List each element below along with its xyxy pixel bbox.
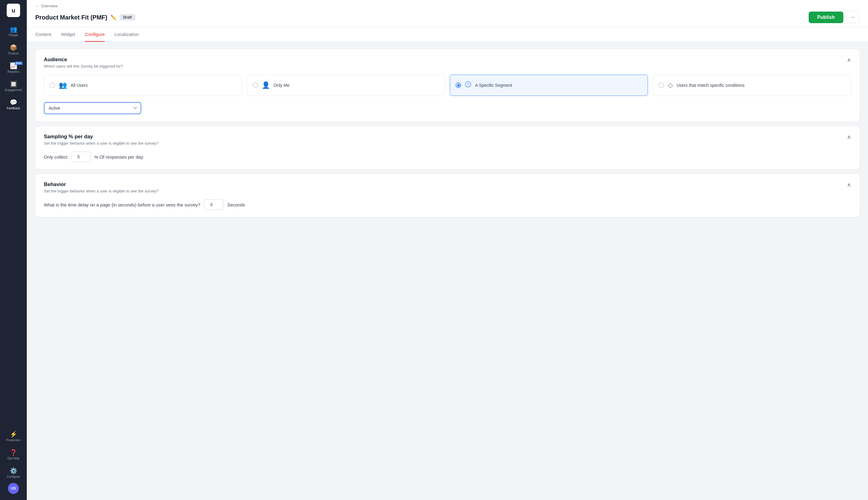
sidebar-item-label: Analytics bbox=[7, 70, 20, 74]
back-link-label: Overview bbox=[41, 4, 58, 8]
time-delay-label: What is the time delay on a page (in sec… bbox=[44, 202, 200, 207]
all-users-icon: 👥 bbox=[59, 81, 67, 89]
app-logo[interactable]: u bbox=[7, 4, 20, 17]
sidebar-item-get-help[interactable]: ❓ Get Help bbox=[0, 446, 27, 464]
behavior-header-text: Behavior Set the trigger behavior when a… bbox=[44, 181, 159, 193]
audience-collapse-button[interactable]: ∧ bbox=[847, 57, 851, 63]
sidebar-item-analytics[interactable]: 📈 Analytics Beta bbox=[0, 60, 27, 77]
publish-button[interactable]: Publish bbox=[809, 12, 843, 23]
specific-segment-radio[interactable] bbox=[455, 82, 461, 88]
behavior-section: Behavior Set the trigger behavior when a… bbox=[35, 174, 859, 217]
production-icon: ⚡ bbox=[10, 431, 18, 437]
more-options-button[interactable]: ··· bbox=[846, 11, 859, 23]
tab-configure[interactable]: Configure bbox=[85, 27, 105, 42]
behavior-title: Behavior bbox=[44, 181, 159, 188]
behavior-row: What is the time delay on a page (in sec… bbox=[44, 200, 851, 210]
time-delay-input[interactable] bbox=[204, 200, 223, 210]
only-me-label: Only Me bbox=[274, 83, 289, 88]
product-icon: 📦 bbox=[10, 44, 18, 50]
audience-section: Audience Which users will this Survey be… bbox=[35, 49, 859, 122]
all-users-label: All Users bbox=[71, 83, 88, 88]
audience-section-header: Audience Which users will this Survey be… bbox=[35, 49, 859, 75]
status-badge: Draft bbox=[119, 14, 136, 21]
content-area: Audience Which users will this Survey be… bbox=[27, 42, 868, 500]
sidebar-item-people[interactable]: 👥 People bbox=[0, 23, 27, 40]
audience-title: Audience bbox=[44, 57, 123, 63]
sampling-body: Only collect % Of responses per day bbox=[35, 152, 859, 169]
sidebar-bottom: ⚡ Production ❓ Get Help ⚙️ Configure US bbox=[0, 428, 27, 496]
page-header: ← Overview Product Market Fit (PMF) ✏️ D… bbox=[27, 0, 868, 27]
sidebar-nav: 👥 People 📦 Product 📈 Analytics Beta 🔲 En… bbox=[0, 23, 27, 428]
sidebar-item-label: Engagement bbox=[5, 88, 22, 92]
match-conditions-radio[interactable] bbox=[659, 82, 664, 88]
match-conditions-label: Users that match specific conditions bbox=[676, 83, 744, 88]
sampling-section-header: Sampling % per day Set the trigger behav… bbox=[35, 126, 859, 152]
match-conditions-icon: ◇ bbox=[668, 81, 673, 89]
sidebar-item-label: Feedback bbox=[7, 106, 20, 110]
audience-body: 👥 All Users 👤 Only Me bbox=[35, 75, 859, 122]
avatar[interactable]: US bbox=[8, 483, 19, 494]
back-link[interactable]: ← Overview bbox=[35, 4, 859, 8]
sampling-title: Sampling % per day bbox=[44, 134, 159, 140]
only-collect-label: Only collect bbox=[44, 155, 68, 160]
main-content: ← Overview Product Market Fit (PMF) ✏️ D… bbox=[27, 0, 868, 500]
segment-dropdown[interactable]: Active Inactive New Users Power Users bbox=[44, 102, 141, 114]
audience-options: 👥 All Users 👤 Only Me bbox=[44, 75, 851, 96]
help-icon: ❓ bbox=[10, 450, 18, 456]
header-row: Product Market Fit (PMF) ✏️ Draft Publis… bbox=[35, 11, 859, 23]
seconds-label: Seconds bbox=[227, 202, 245, 207]
sidebar: u 👥 People 📦 Product 📈 Analytics Beta 🔲 … bbox=[0, 0, 27, 500]
behavior-collapse-button[interactable]: ∧ bbox=[847, 181, 851, 188]
audience-subtitle: Which users will this Survey be triggere… bbox=[44, 64, 123, 69]
behavior-body: What is the time delay on a page (in sec… bbox=[35, 200, 859, 217]
audience-header-text: Audience Which users will this Survey be… bbox=[44, 57, 123, 69]
sampling-suffix-label: % Of responses per day bbox=[94, 155, 143, 160]
audience-option-only-me[interactable]: 👤 Only Me bbox=[247, 75, 445, 96]
feedback-icon: 💬 bbox=[10, 99, 18, 105]
configure-icon: ⚙️ bbox=[10, 468, 18, 474]
sidebar-item-feedback[interactable]: 💬 Feedback bbox=[0, 96, 27, 113]
sampling-header-text: Sampling % per day Set the trigger behav… bbox=[44, 134, 159, 146]
audience-option-match-conditions[interactable]: ◇ Users that match specific conditions bbox=[653, 75, 851, 96]
people-icon: 👥 bbox=[10, 26, 18, 32]
specific-segment-icon bbox=[465, 81, 472, 90]
sidebar-item-configure[interactable]: ⚙️ Configure bbox=[0, 465, 27, 482]
behavior-subtitle: Set the trigger behavior when a user is … bbox=[44, 189, 159, 193]
sidebar-item-production[interactable]: ⚡ Production bbox=[0, 428, 27, 445]
only-me-radio[interactable] bbox=[253, 82, 258, 88]
beta-badge: Beta bbox=[15, 61, 23, 65]
sampling-section: Sampling % per day Set the trigger behav… bbox=[35, 126, 859, 169]
tab-content[interactable]: Content bbox=[35, 27, 51, 42]
sidebar-item-product[interactable]: 📦 Product bbox=[0, 42, 27, 58]
specific-segment-label: A Specific Segment bbox=[475, 83, 512, 88]
engagement-icon: 🔲 bbox=[10, 81, 18, 87]
sidebar-item-label: People bbox=[9, 34, 18, 37]
sampling-value-input[interactable] bbox=[71, 152, 91, 162]
tabs-bar: Content Widget Configure Localization bbox=[27, 27, 868, 42]
only-me-icon: 👤 bbox=[262, 81, 270, 89]
tab-widget[interactable]: Widget bbox=[61, 27, 76, 42]
sampling-subtitle: Set the trigger behavior when a user is … bbox=[44, 141, 159, 146]
all-users-radio[interactable] bbox=[50, 82, 55, 88]
audience-option-specific-segment[interactable]: A Specific Segment bbox=[450, 75, 648, 96]
sampling-row: Only collect % Of responses per day bbox=[44, 152, 851, 162]
sidebar-item-label: Product bbox=[8, 52, 19, 55]
back-arrow-icon: ← bbox=[35, 4, 39, 8]
behavior-section-header: Behavior Set the trigger behavior when a… bbox=[35, 174, 859, 200]
header-actions: Publish ··· bbox=[809, 11, 859, 23]
sidebar-item-label: Production bbox=[6, 439, 21, 442]
edit-icon[interactable]: ✏️ bbox=[111, 15, 117, 20]
sidebar-item-label: Get Help bbox=[7, 457, 19, 461]
page-title: Product Market Fit (PMF) bbox=[35, 14, 107, 21]
tab-localization[interactable]: Localization bbox=[114, 27, 138, 42]
sampling-collapse-button[interactable]: ∧ bbox=[847, 134, 851, 140]
sidebar-item-label: Configure bbox=[7, 475, 20, 479]
audience-option-all-users[interactable]: 👥 All Users bbox=[44, 75, 242, 96]
sidebar-item-engagement[interactable]: 🔲 Engagement bbox=[0, 78, 27, 95]
header-title: Product Market Fit (PMF) ✏️ Draft bbox=[35, 14, 136, 21]
